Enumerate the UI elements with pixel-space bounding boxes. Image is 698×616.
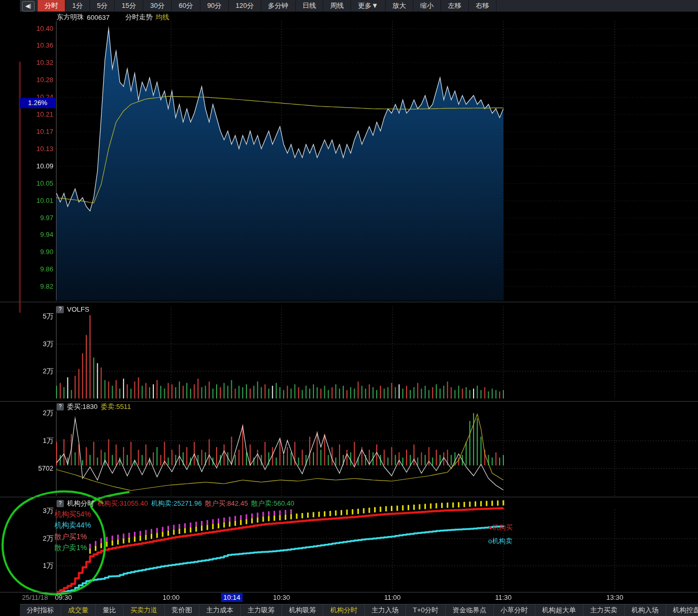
help-icon[interactable]: ? bbox=[57, 500, 64, 507]
tab-fenshi[interactable]: 分时 bbox=[38, 0, 65, 12]
panel-separator bbox=[0, 302, 698, 302]
charts-canvas bbox=[0, 0, 698, 616]
tab-5min[interactable]: 5分 bbox=[90, 0, 115, 12]
retail-sell-percent: 散户卖1% bbox=[54, 543, 87, 553]
time-tick: 11:00 bbox=[384, 594, 401, 601]
change-percent-badge: 1.26% bbox=[20, 98, 55, 108]
indicator-jigoururuchang[interactable]: 机构入场 bbox=[625, 604, 666, 616]
volume-indicator-title: VOLFS bbox=[67, 305, 89, 313]
stock-code: 600637 bbox=[87, 14, 109, 21]
tab-multi-min[interactable]: 多分钟 bbox=[261, 0, 296, 12]
inst-panel-header: ? 机构分时 机构买:31055.40 机构卖:25271.96 散户买:842… bbox=[57, 499, 294, 508]
price-axis-label: 10.40 bbox=[21, 25, 53, 33]
tab-120min[interactable]: 120分 bbox=[229, 0, 261, 12]
indicator-zhulixichou[interactable]: 主力吸筹 bbox=[241, 604, 282, 616]
indicator-jigouxichou[interactable]: 机构吸筹 bbox=[282, 604, 323, 616]
move-left-button[interactable]: 左移 bbox=[441, 0, 469, 12]
more-dropdown[interactable]: 更多▼ bbox=[351, 0, 386, 12]
indicator-maimailidao[interactable]: 买卖力道 bbox=[123, 604, 165, 616]
tab-90min[interactable]: 90分 bbox=[200, 0, 229, 12]
price-axis-label: 9.90 bbox=[21, 248, 53, 256]
zoom-in-button[interactable]: 放大 bbox=[386, 0, 413, 12]
time-cursor-label: 10:14 bbox=[221, 593, 243, 602]
bid-value-label: 委买:1830 bbox=[67, 402, 98, 412]
time-tick: 10:00 bbox=[163, 594, 180, 601]
indicator-zijinlinjiedian[interactable]: 资金临界点 bbox=[446, 604, 494, 616]
price-axis-label: 10.36 bbox=[21, 41, 53, 50]
volume-axis-label: 3万 bbox=[21, 340, 53, 348]
ma-label[interactable]: 均线 bbox=[155, 13, 169, 22]
indicator-fenshi-zhibiao[interactable]: 分时指标 bbox=[20, 604, 61, 616]
inst-axis-label: 1万 bbox=[21, 562, 53, 570]
chart-title: 东方明珠 600637 分时走势 均线 bbox=[57, 13, 169, 22]
inst-sell-percent: 机构卖44% bbox=[54, 521, 91, 530]
tab-1min[interactable]: 1分 bbox=[65, 0, 90, 12]
panel-separator bbox=[0, 401, 698, 402]
volume-axis-label: 2万 bbox=[21, 367, 53, 375]
inst-indicator-title: 机构分时 bbox=[67, 499, 94, 508]
tab-15min[interactable]: 15分 bbox=[115, 0, 143, 12]
price-axis-label: 9.97 bbox=[21, 214, 53, 222]
bidask-axis-label: 5702 bbox=[21, 464, 53, 473]
indicator-jigoukongpan[interactable]: 机构控盘V3 bbox=[666, 604, 698, 616]
indicator-toolbar: 分时指标 成交量 量比 买卖力道 竞价图 主力成本 主力吸筹 机构吸筹 机构分时… bbox=[20, 604, 698, 616]
indicator-liangbi[interactable]: 量比 bbox=[96, 604, 123, 616]
help-icon[interactable]: ? bbox=[57, 403, 64, 410]
help-icon[interactable]: ? bbox=[57, 306, 64, 313]
inst-sell-value: 机构卖:25271.96 bbox=[151, 499, 202, 508]
indicator-zhulimaimai[interactable]: 主力买卖 bbox=[583, 604, 625, 616]
time-axis: 25/11/18 09:30 10:00 10:14 10:30 11:00 1… bbox=[0, 592, 698, 603]
price-axis-label: 10.05 bbox=[21, 179, 53, 188]
inst-sell-legend: o机构卖 bbox=[488, 537, 512, 546]
bidask-axis-label: 2万 bbox=[21, 409, 53, 417]
price-axis-label: 10.13 bbox=[21, 145, 53, 153]
price-axis-label: 9.86 bbox=[21, 265, 53, 273]
indicator-jigouchaodadan[interactable]: 机构超大单 bbox=[535, 604, 583, 616]
retail-buy-percent: 散户买1% bbox=[54, 532, 87, 542]
move-right-button[interactable]: 右移 bbox=[469, 0, 497, 12]
price-axis-label: 10.28 bbox=[21, 76, 53, 84]
indicator-t0fenshi[interactable]: T+0分时 bbox=[406, 604, 446, 616]
price-axis-label: 9.82 bbox=[21, 282, 53, 291]
tab-daily[interactable]: 日线 bbox=[296, 0, 323, 12]
tab-60min[interactable]: 60分 bbox=[172, 0, 200, 12]
time-tick: 11:30 bbox=[495, 594, 512, 601]
volume-axis-label: 5万 bbox=[21, 312, 53, 321]
price-axis-label: 10.32 bbox=[21, 59, 53, 67]
indicator-jingjiatu[interactable]: 竞价图 bbox=[165, 604, 199, 616]
bidask-axis-label: 1万 bbox=[21, 437, 53, 445]
inst-buy-percent: 机构买54% bbox=[54, 510, 91, 519]
indicator-chengjiaoliang[interactable]: 成交量 bbox=[61, 604, 96, 616]
indicator-zhulichengben[interactable]: 主力成本 bbox=[199, 604, 241, 616]
zoom-out-button[interactable]: 缩小 bbox=[413, 0, 441, 12]
inst-axis-label: 3万 bbox=[21, 507, 53, 515]
top-toolbar: ◀| 分时 1分 5分 15分 30分 60分 90分 120分 多分钟 日线 … bbox=[20, 0, 698, 12]
back-button[interactable]: ◀| bbox=[22, 1, 35, 12]
panel-separator bbox=[0, 497, 698, 497]
date-label: 25/11/18 bbox=[22, 594, 48, 601]
tab-weekly[interactable]: 周线 bbox=[323, 0, 351, 12]
inst-axis-label: 2万 bbox=[21, 534, 53, 543]
price-axis-label: 10.01 bbox=[21, 197, 53, 205]
time-tick: 09:30 bbox=[55, 594, 72, 601]
ask-value-label: 委卖:5511 bbox=[101, 402, 131, 412]
price-axis-label: 9.94 bbox=[21, 231, 53, 239]
price-axis-label: 10.21 bbox=[21, 110, 53, 119]
retail-sell-value: 散户卖:560.40 bbox=[251, 499, 294, 508]
volume-panel-header: ? VOLFS bbox=[57, 305, 89, 313]
tab-30min[interactable]: 30分 bbox=[143, 0, 172, 12]
inst-buy-legend: ●机构买 bbox=[488, 523, 513, 532]
stock-name: 东方明珠 bbox=[57, 13, 84, 22]
trading-app-window: { "top_toolbar": { "back_icon": "◀|", "i… bbox=[0, 0, 698, 616]
price-axis-label: 10.17 bbox=[21, 128, 53, 136]
inst-buy-value: 机构买:31055.40 bbox=[97, 499, 148, 508]
retail-buy-value: 散户买:842.45 bbox=[205, 499, 248, 508]
indicator-xiaocaofenshi[interactable]: 小草分时 bbox=[494, 604, 535, 616]
view-label: 分时走势 bbox=[125, 13, 152, 22]
indicator-jigoufenshi[interactable]: 机构分时 bbox=[323, 604, 365, 616]
panel-separator bbox=[0, 592, 698, 592]
indicator-zhulieruchang[interactable]: 主力入场 bbox=[365, 604, 406, 616]
time-tick: 13:30 bbox=[606, 594, 624, 601]
bidask-panel-header: ? 委买:1830 委卖:5511 bbox=[57, 402, 131, 412]
time-tick: 10:30 bbox=[273, 594, 290, 601]
